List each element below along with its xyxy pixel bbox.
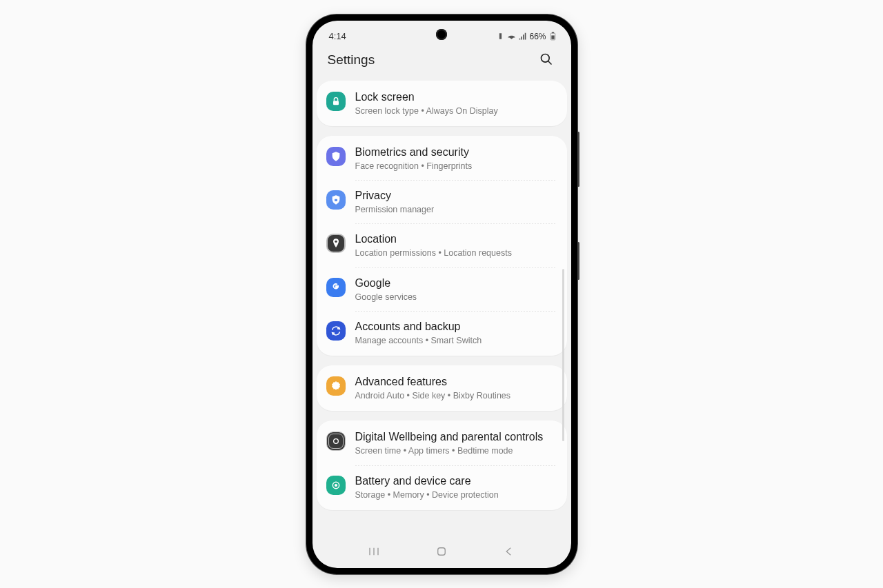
status-time: 4:14 [329, 31, 346, 41]
side-button-volume [577, 132, 579, 187]
settings-item-google[interactable]: GoogleGoogle services [317, 268, 567, 311]
item-subtitle: Google services [355, 292, 556, 303]
svg-point-11 [335, 484, 337, 486]
g-icon [326, 278, 346, 297]
item-text: Accounts and backupManage accounts • Sma… [355, 320, 556, 346]
settings-item-wellbeing[interactable]: Digital Wellbeing and parental controlsS… [317, 422, 567, 465]
item-subtitle: Screen lock type • Always On Display [355, 105, 556, 116]
item-text: LocationLocation permissions • Location … [355, 232, 556, 258]
shield-lock-icon [326, 190, 346, 210]
svg-point-9 [333, 439, 338, 444]
search-button[interactable] [537, 50, 556, 71]
settings-group: Advanced featuresAndroid Auto • Side key… [317, 365, 567, 411]
app-header: Settings [312, 43, 571, 81]
nav-back[interactable] [490, 541, 528, 564]
settings-list[interactable]: Lock screenScreen lock type • Always On … [312, 81, 571, 540]
item-text: GoogleGoogle services [355, 276, 556, 303]
back-icon [503, 545, 515, 558]
screen: 4:14 66% Settings Lock screenScreen lock… [312, 21, 571, 568]
item-title: Biometrics and security [355, 145, 556, 159]
status-icons: 66% [496, 32, 557, 41]
nav-recents[interactable] [355, 541, 393, 564]
gear-icon [326, 376, 346, 396]
settings-group: Digital Wellbeing and parental controlsS… [317, 420, 567, 510]
sync-icon [326, 321, 346, 341]
settings-item-accounts[interactable]: Accounts and backupManage accounts • Sma… [317, 312, 567, 354]
item-subtitle: Android Auto • Side key • Bixby Routines [355, 390, 556, 401]
item-title: Privacy [355, 189, 556, 203]
item-title: Battery and device care [355, 474, 556, 488]
item-subtitle: Storage • Memory • Device protection [355, 489, 556, 500]
svg-point-7 [335, 241, 337, 243]
item-text: Advanced featuresAndroid Auto • Side key… [355, 375, 556, 401]
item-text: Biometrics and securityFace recognition … [355, 145, 556, 172]
battery-percent: 66% [529, 32, 546, 41]
settings-item-battery[interactable]: Battery and device careStorage • Memory … [317, 466, 567, 509]
nav-bar [312, 540, 571, 568]
lock-icon [326, 92, 346, 111]
settings-item-advanced[interactable]: Advanced featuresAndroid Auto • Side key… [317, 367, 567, 409]
nav-home[interactable] [423, 541, 460, 564]
item-text: Lock screenScreen lock type • Always On … [355, 90, 556, 116]
item-text: Battery and device careStorage • Memory … [355, 474, 556, 500]
svg-rect-2 [551, 35, 554, 39]
item-subtitle: Location permissions • Location requests [355, 247, 556, 258]
battery-icon [548, 32, 557, 41]
settings-item-biometrics[interactable]: Biometrics and securityFace recognition … [317, 137, 567, 180]
settings-item-privacy[interactable]: PrivacyPermission manager [317, 181, 567, 223]
settings-item-lock-screen[interactable]: Lock screenScreen lock type • Always On … [317, 82, 567, 125]
front-camera [436, 29, 447, 40]
item-subtitle: Manage accounts • Smart Switch [355, 335, 556, 346]
svg-rect-15 [438, 548, 446, 556]
item-title: Accounts and backup [355, 320, 556, 334]
page-title: Settings [328, 52, 375, 68]
item-title: Location [355, 232, 556, 246]
phone-frame: 4:14 66% Settings Lock screenScreen lock… [306, 14, 577, 574]
item-subtitle: Permission manager [355, 204, 556, 215]
shield-icon [326, 147, 346, 166]
vibrate-icon [496, 32, 505, 41]
svg-rect-5 [333, 101, 339, 105]
circle-icon [326, 432, 346, 451]
care-icon [326, 476, 346, 495]
pin-icon [326, 234, 346, 253]
settings-group: Biometrics and securityFace recognition … [317, 136, 567, 356]
settings-item-location[interactable]: LocationLocation permissions • Location … [317, 224, 567, 267]
item-text: PrivacyPermission manager [355, 189, 556, 215]
item-title: Advanced features [355, 375, 556, 389]
item-title: Google [355, 276, 556, 290]
side-button-power [577, 242, 579, 280]
svg-rect-1 [551, 32, 553, 34]
item-text: Digital Wellbeing and parental controlsS… [355, 430, 556, 456]
signal-icon [518, 32, 527, 41]
svg-line-4 [548, 61, 551, 64]
recents-icon [368, 545, 380, 558]
svg-rect-6 [335, 199, 337, 201]
item-title: Digital Wellbeing and parental controls [355, 430, 556, 444]
settings-group: Lock screenScreen lock type • Always On … [317, 81, 567, 126]
svg-point-3 [541, 54, 549, 62]
item-title: Lock screen [355, 90, 556, 104]
item-subtitle: Face recognition • Fingerprints [355, 161, 556, 172]
home-icon [435, 545, 448, 558]
item-subtitle: Screen time • App timers • Bedtime mode [355, 445, 556, 456]
wifi-icon [507, 32, 516, 41]
search-icon [539, 52, 553, 66]
scrollbar[interactable] [562, 269, 564, 441]
